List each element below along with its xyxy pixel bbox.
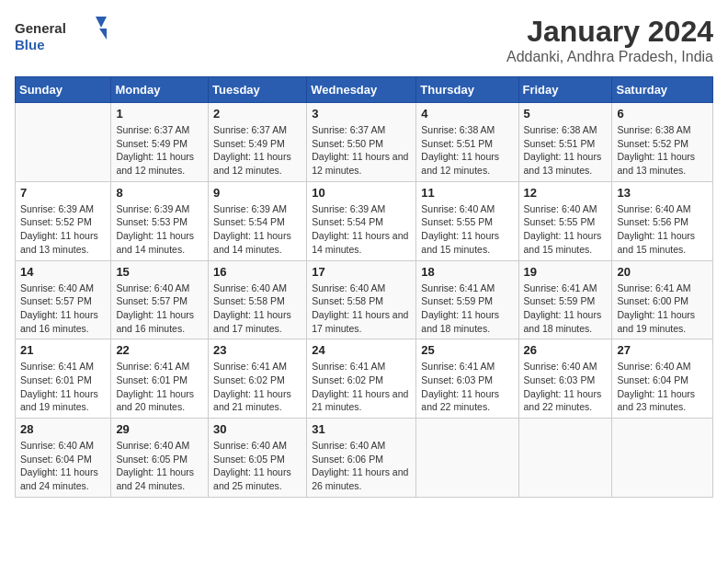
day-cell: 12Sunrise: 6:40 AMSunset: 5:55 PMDayligh… [518,181,612,260]
day-number: 15 [116,265,203,279]
svg-text:Blue: Blue [15,37,45,52]
day-info: Sunrise: 6:40 AMSunset: 6:04 PMDaylight:… [617,360,708,414]
day-info: Sunrise: 6:41 AMSunset: 6:01 PMDaylight:… [116,360,203,414]
day-number: 12 [524,186,608,200]
day-number: 13 [617,186,708,200]
day-info: Sunrise: 6:40 AMSunset: 5:57 PMDaylight:… [116,282,203,336]
day-info: Sunrise: 6:40 AMSunset: 6:03 PMDaylight:… [524,360,608,414]
week-row-1: 1Sunrise: 6:37 AMSunset: 5:49 PMDaylight… [16,103,713,182]
day-info: Sunrise: 6:41 AMSunset: 6:03 PMDaylight:… [421,360,513,414]
column-header-saturday: Saturday [612,77,713,103]
day-cell: 15Sunrise: 6:40 AMSunset: 5:57 PMDayligh… [111,260,209,339]
column-header-thursday: Thursday [416,77,518,103]
day-info: Sunrise: 6:40 AMSunset: 5:57 PMDaylight:… [20,282,106,336]
day-info: Sunrise: 6:39 AMSunset: 5:54 PMDaylight:… [213,202,301,257]
day-number: 26 [524,343,608,357]
day-number: 22 [116,343,203,357]
day-cell: 25Sunrise: 6:41 AMSunset: 6:03 PMDayligh… [416,339,518,419]
day-info: Sunrise: 6:40 AMSunset: 6:06 PMDaylight:… [312,439,411,493]
day-number: 17 [312,265,411,279]
day-number: 5 [524,107,608,121]
day-cell: 13Sunrise: 6:40 AMSunset: 5:56 PMDayligh… [612,181,713,260]
page-subtitle: Addanki, Andhra Pradesh, India [506,49,713,65]
day-number: 29 [116,422,203,436]
day-cell: 4Sunrise: 6:38 AMSunset: 5:51 PMDaylight… [416,103,518,182]
day-cell: 6Sunrise: 6:38 AMSunset: 5:52 PMDaylight… [612,103,713,182]
logo-svg: General Blue [15,15,107,55]
day-cell: 26Sunrise: 6:40 AMSunset: 6:03 PMDayligh… [518,339,612,419]
day-info: Sunrise: 6:38 AMSunset: 5:52 PMDaylight:… [617,123,708,178]
svg-marker-2 [96,17,107,28]
day-cell: 10Sunrise: 6:39 AMSunset: 5:54 PMDayligh… [307,181,416,260]
day-info: Sunrise: 6:39 AMSunset: 5:54 PMDaylight:… [312,202,411,257]
day-cell: 16Sunrise: 6:40 AMSunset: 5:58 PMDayligh… [209,260,307,339]
day-cell: 2Sunrise: 6:37 AMSunset: 5:49 PMDaylight… [209,103,307,182]
day-number: 25 [421,343,513,357]
day-number: 14 [20,265,106,279]
day-info: Sunrise: 6:38 AMSunset: 5:51 PMDaylight:… [524,123,608,178]
day-number: 4 [421,107,513,121]
day-cell: 29Sunrise: 6:40 AMSunset: 6:05 PMDayligh… [111,419,209,498]
day-cell: 27Sunrise: 6:40 AMSunset: 6:04 PMDayligh… [612,339,713,419]
day-cell: 19Sunrise: 6:41 AMSunset: 5:59 PMDayligh… [518,260,612,339]
week-row-4: 21Sunrise: 6:41 AMSunset: 6:01 PMDayligh… [16,339,713,419]
day-cell: 24Sunrise: 6:41 AMSunset: 6:02 PMDayligh… [307,339,416,419]
title-block: January 2024 Addanki, Andhra Pradesh, In… [506,15,713,65]
day-cell: 31Sunrise: 6:40 AMSunset: 6:06 PMDayligh… [307,419,416,498]
day-info: Sunrise: 6:37 AMSunset: 5:50 PMDaylight:… [312,123,411,178]
page-title: January 2024 [506,15,713,49]
day-cell: 7Sunrise: 6:39 AMSunset: 5:52 PMDaylight… [16,181,111,260]
day-number: 28 [20,422,106,436]
day-number: 27 [617,343,708,357]
week-row-5: 28Sunrise: 6:40 AMSunset: 6:04 PMDayligh… [16,419,713,498]
day-cell [612,419,713,498]
day-cell [416,419,518,498]
day-info: Sunrise: 6:40 AMSunset: 6:05 PMDaylight:… [116,439,203,493]
day-info: Sunrise: 6:40 AMSunset: 5:55 PMDaylight:… [421,202,513,257]
day-number: 2 [213,107,301,121]
day-info: Sunrise: 6:41 AMSunset: 6:02 PMDaylight:… [312,360,411,414]
day-info: Sunrise: 6:40 AMSunset: 6:05 PMDaylight:… [213,439,301,493]
page-header: General Blue January 2024 Addanki, Andhr… [15,15,713,65]
day-number: 31 [312,422,411,436]
day-cell: 22Sunrise: 6:41 AMSunset: 6:01 PMDayligh… [111,339,209,419]
day-info: Sunrise: 6:40 AMSunset: 5:55 PMDaylight:… [524,202,608,257]
day-number: 18 [421,265,513,279]
day-number: 11 [421,186,513,200]
day-info: Sunrise: 6:37 AMSunset: 5:49 PMDaylight:… [116,123,203,178]
header-row: SundayMondayTuesdayWednesdayThursdayFrid… [16,77,713,103]
week-row-3: 14Sunrise: 6:40 AMSunset: 5:57 PMDayligh… [16,260,713,339]
day-number: 9 [213,186,301,200]
day-cell: 11Sunrise: 6:40 AMSunset: 5:55 PMDayligh… [416,181,518,260]
day-number: 20 [617,265,708,279]
day-cell: 18Sunrise: 6:41 AMSunset: 5:59 PMDayligh… [416,260,518,339]
day-cell: 17Sunrise: 6:40 AMSunset: 5:58 PMDayligh… [307,260,416,339]
day-info: Sunrise: 6:40 AMSunset: 6:04 PMDaylight:… [20,439,106,493]
calendar-table: SundayMondayTuesdayWednesdayThursdayFrid… [15,76,713,498]
day-info: Sunrise: 6:40 AMSunset: 5:56 PMDaylight:… [617,202,708,257]
day-number: 1 [116,107,203,121]
day-cell: 21Sunrise: 6:41 AMSunset: 6:01 PMDayligh… [16,339,111,419]
day-cell: 5Sunrise: 6:38 AMSunset: 5:51 PMDaylight… [518,103,612,182]
day-cell: 9Sunrise: 6:39 AMSunset: 5:54 PMDaylight… [209,181,307,260]
column-header-wednesday: Wednesday [307,77,416,103]
week-row-2: 7Sunrise: 6:39 AMSunset: 5:52 PMDaylight… [16,181,713,260]
day-info: Sunrise: 6:41 AMSunset: 5:59 PMDaylight:… [421,282,513,336]
column-header-tuesday: Tuesday [209,77,307,103]
day-cell: 30Sunrise: 6:40 AMSunset: 6:05 PMDayligh… [209,419,307,498]
svg-marker-3 [99,29,107,40]
day-info: Sunrise: 6:41 AMSunset: 6:02 PMDaylight:… [213,360,301,414]
day-number: 3 [312,107,411,121]
day-cell: 28Sunrise: 6:40 AMSunset: 6:04 PMDayligh… [16,419,111,498]
day-number: 19 [524,265,608,279]
day-cell: 3Sunrise: 6:37 AMSunset: 5:50 PMDaylight… [307,103,416,182]
day-cell [16,103,111,182]
day-number: 21 [20,343,106,357]
day-number: 30 [213,422,301,436]
day-info: Sunrise: 6:41 AMSunset: 5:59 PMDaylight:… [524,282,608,336]
day-info: Sunrise: 6:37 AMSunset: 5:49 PMDaylight:… [213,123,301,178]
day-info: Sunrise: 6:39 AMSunset: 5:52 PMDaylight:… [20,202,106,257]
column-header-sunday: Sunday [16,77,111,103]
column-header-monday: Monday [111,77,209,103]
day-number: 16 [213,265,301,279]
